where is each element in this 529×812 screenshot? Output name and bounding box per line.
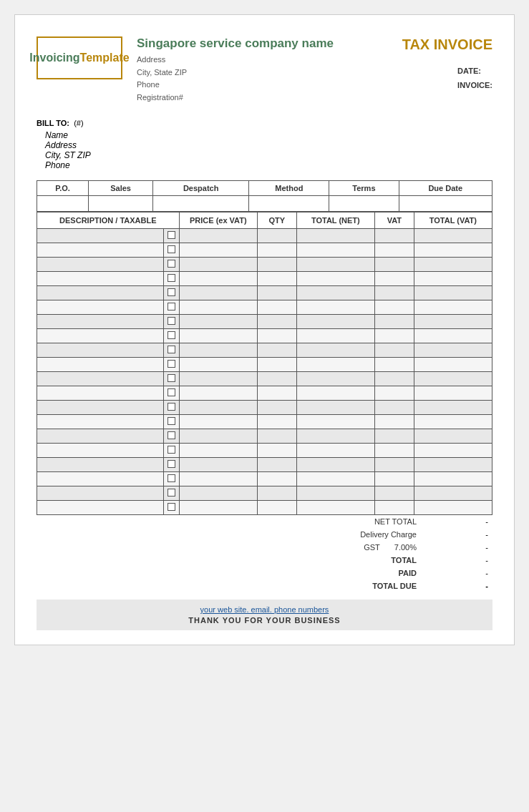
taxable-checkbox[interactable] [168,231,175,239]
total-vat-cell [414,286,492,300]
vat-cell [374,386,414,401]
total-due-label: TOTAL DUE [309,579,421,592]
qty-cell [257,258,296,272]
price-cell [179,243,257,258]
total-row: TOTAL - [37,554,492,567]
vat-cell [374,315,414,329]
col-due-date: Due Date [399,181,492,196]
footer-link[interactable]: your web site. email. phone numbers [42,605,487,614]
taxable-checkbox[interactable] [168,474,175,482]
vat-cell [374,472,414,486]
bill-to-city: City, ST ZIP [37,150,492,160]
desc-cell [37,258,164,272]
desc-cell [37,372,164,386]
taxable-checkbox[interactable] [168,417,175,425]
total-net-cell [296,486,374,501]
total-net-cell [296,286,374,300]
taxable-checkbox[interactable] [168,303,175,310]
desc-cell [37,272,164,286]
total-net-cell [296,501,374,515]
taxable-checkbox[interactable] [168,260,175,268]
checkbox-cell [163,372,179,386]
po-value [37,196,89,212]
vat-cell [374,258,414,272]
gst-label: GST [364,543,380,552]
footer: your web site. email. phone numbers THAN… [37,600,492,630]
qty-cell [257,372,296,386]
due-date-value [399,196,492,212]
desc-cell [37,472,164,486]
total-vat-cell [414,401,492,415]
total-net-cell [296,229,374,243]
price-cell [179,272,257,286]
taxable-checkbox[interactable] [168,403,175,411]
desc-cell [37,343,164,358]
taxable-checkbox[interactable] [168,360,175,368]
taxable-checkbox[interactable] [168,331,175,339]
method-value [249,196,329,212]
taxable-checkbox[interactable] [168,489,175,497]
table-row [37,272,492,286]
qty-cell [257,401,296,415]
taxable-checkbox[interactable] [168,446,175,454]
qty-cell [257,315,296,329]
qty-cell [257,300,296,315]
taxable-checkbox[interactable] [168,388,175,396]
taxable-checkbox[interactable] [168,346,175,353]
company-city: City, State ZIP [137,67,402,79]
table-row [37,386,492,401]
price-cell [179,386,257,401]
checkbox-cell [163,486,179,501]
total-due-value: - [421,579,492,592]
checkbox-cell [163,472,179,486]
price-cell [179,300,257,315]
total-net-cell [296,386,374,401]
total-net-cell [296,300,374,315]
total-vat-cell [414,258,492,272]
taxable-checkbox[interactable] [168,460,175,468]
checkbox-cell [163,458,179,472]
col-despatch: Despatch [152,181,248,196]
total-value: - [421,554,492,567]
vat-cell [374,458,414,472]
vat-cell [374,415,414,429]
company-name: Singapore service company name [137,36,402,51]
col-terms: Terms [329,181,399,196]
invoice-header: InvoicingTemplate Singapore service comp… [37,36,492,104]
table-row [37,486,492,501]
table-row [37,329,492,343]
date-label: DATE: [457,64,492,79]
taxable-checkbox[interactable] [168,288,175,296]
price-header: PRICE (ex VAT) [179,212,257,229]
bill-to-hash: (#) [74,119,83,127]
qty-cell [257,229,296,243]
total-net-cell [296,372,374,386]
taxable-checkbox[interactable] [168,317,175,325]
delivery-charge-row: Delivery Charge - [37,528,492,541]
qty-cell [257,444,296,458]
paid-value: - [421,567,492,579]
logo-template: Template [80,52,130,64]
total-vat-cell [414,358,492,372]
total-vat-cell [414,229,492,243]
taxable-checkbox[interactable] [168,274,175,282]
desc-cell [37,486,164,501]
taxable-checkbox[interactable] [168,245,175,253]
delivery-charge-value: - [421,528,492,541]
taxable-checkbox[interactable] [168,374,175,382]
total-vat-cell [414,372,492,386]
price-cell [179,458,257,472]
col-method: Method [249,181,329,196]
taxable-checkbox[interactable] [168,503,175,511]
items-table: DESCRIPTION / TAXABLE PRICE (ex VAT) QTY… [37,212,492,515]
total-net-cell [296,258,374,272]
invoice-label: INVOICE: [457,79,492,93]
desc-cell [37,315,164,329]
total-net-cell [296,429,374,444]
table-row [37,300,492,315]
gst-row: GST 7.00% - [37,541,492,554]
taxable-checkbox[interactable] [168,431,175,439]
price-cell [179,501,257,515]
table-row [37,343,492,358]
price-cell [179,343,257,358]
